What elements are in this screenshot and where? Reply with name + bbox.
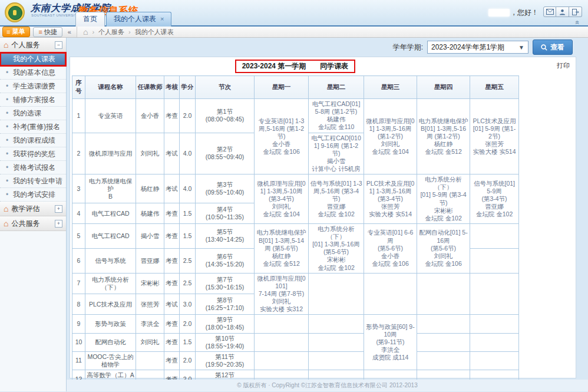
timetable-cell: 7 xyxy=(72,273,85,294)
timetable-cell: 考查 xyxy=(164,248,180,273)
column-header: 考核 xyxy=(164,76,180,99)
timetable-cell: 第5节 (13:40~14:25) xyxy=(196,223,255,248)
timetable-cell: 第9节 (18:00~18:45) xyxy=(196,315,255,333)
timetable-cell: 配网自动化[01] 5-16周 (第5-6节) 刘同礼 金坛院 金106 xyxy=(417,223,470,273)
tab-label: 我的个人课表 xyxy=(114,15,156,23)
menu-button[interactable]: ≡ 菜单 xyxy=(2,27,30,37)
app-header: 东南大学成贤学院 SOUTHEAST UNIVERSITY CHENGXIAN … xyxy=(0,0,588,27)
timetable-cell: 4 xyxy=(72,203,85,224)
timetable-cell xyxy=(309,273,364,315)
timetable-cell: 信号与系统[01] 5-9周 (第3-4节) 晋亚娜 金坛院 金102 xyxy=(470,174,519,224)
timetable-cell xyxy=(309,351,364,370)
timetable-cell: 8 xyxy=(72,294,85,314)
sidebar-item[interactable]: 我的课程成绩 xyxy=(0,134,66,147)
collapse-icon[interactable]: − xyxy=(55,41,62,49)
tab-bar: 首页我的个人课表× xyxy=(75,12,171,27)
expand-icon[interactable]: + xyxy=(55,220,62,228)
semester-select[interactable]: 2023-2024学年第1学期 ▼ xyxy=(427,41,528,54)
timetable-cell: 1.5 xyxy=(180,223,196,248)
sidebar-item[interactable]: 我的考试安排 xyxy=(0,188,66,202)
expand-icon[interactable]: + xyxy=(55,205,62,213)
timetable-cell: 专业英语[01] 6-6周 (第5-6节) 金小香 金坛院 金106 xyxy=(364,223,417,273)
column-header: 星期四 xyxy=(417,76,470,99)
timetable-cell: 3.0 xyxy=(180,294,196,314)
sidebar-group-header[interactable]: ⌂公共服务+ xyxy=(0,216,66,231)
footer-copyright: © 版权所有 · CopyRight ©江苏金智教育信息技术有限公司 2012-… xyxy=(67,380,588,391)
sidebar-item[interactable]: 我的选课 xyxy=(0,107,66,120)
timetable-cell: 第1节 (08:00~08:45) xyxy=(196,99,255,133)
sidebar-group-label: 公共服务 xyxy=(11,219,39,229)
sidebar-item[interactable]: 补考(重修)报名 xyxy=(0,120,66,134)
search-icon xyxy=(541,44,547,51)
sidebar-item[interactable]: 我获得的奖惩 xyxy=(0,147,66,161)
breadcrumb-separator: › xyxy=(128,28,131,35)
timetable-cell: 考查 xyxy=(164,333,180,351)
timetable-cell: 第3节 (09:55~10:40) xyxy=(196,174,255,203)
timetable-cell: 2.0 xyxy=(180,351,196,370)
table-row: 11MOOC-舌尖上的 植物学考查2.0第11节 (19:50~20:35) xyxy=(72,351,519,370)
mail-icon[interactable] xyxy=(543,6,556,17)
timetable-cell xyxy=(255,333,309,351)
timetable-cell: 第10节 (18:55~19:40) xyxy=(196,333,255,351)
timetable-cell: 电力系统分析（下） [01] 1-3周,5-16周 (第5-6节) 宋彬彬 金坛… xyxy=(309,223,364,273)
timetable-cell: 张照芳 xyxy=(136,294,164,314)
user-greeting: ，您好！ xyxy=(488,8,539,18)
breadcrumb-item[interactable]: 我的个人课表 xyxy=(135,28,174,37)
menu-icon: ≡ xyxy=(6,28,10,35)
shortcut-button[interactable]: ≡ 快捷 xyxy=(33,27,62,37)
print-link[interactable]: 打印 xyxy=(557,61,570,70)
timetable-cell xyxy=(470,351,519,370)
column-header: 任课教师 xyxy=(136,76,164,99)
timetable-cell: 第8节 (16:25~17:10) xyxy=(196,294,255,314)
timetable-cell xyxy=(255,315,309,333)
timetable-cell: 形势与政策[60] 9-10周 (第9-11节) 李洪全 成贤院 成114 xyxy=(364,315,417,370)
table-row: 5电气工程CAD揭小雪考查1.5第5节 (13:40~14:25)电力系统继电保… xyxy=(72,223,519,248)
collapse-sidebar-icon[interactable]: « xyxy=(68,28,71,35)
school-logo xyxy=(5,2,25,22)
timetable-panel: 打印 2023-2024 第一学期 同学课表 序号课程名称任课教师考核学分节次星… xyxy=(70,57,576,378)
user-icon[interactable] xyxy=(556,6,569,17)
sidebar-item[interactable]: 我的转专业申请 xyxy=(0,174,66,188)
timetable-cell xyxy=(470,273,519,315)
collapse-header-icon[interactable]: « xyxy=(574,21,582,25)
sidebar-group-header[interactable]: ⌂教学评估+ xyxy=(0,202,66,216)
timetable-cell: 4.0 xyxy=(180,133,196,174)
breadcrumb-item[interactable]: 个人服务 xyxy=(98,28,124,37)
logout-icon[interactable] xyxy=(569,6,582,17)
house-icon: ⌂ xyxy=(4,204,8,213)
sidebar-item[interactable]: 我的个人课表 xyxy=(0,52,66,66)
sidebar-item[interactable]: 学生选课缴费 xyxy=(0,80,66,93)
tab-label: 首页 xyxy=(83,15,97,23)
greeting-text: ，您好！ xyxy=(510,8,539,18)
timetable-cell xyxy=(417,273,470,315)
timetable-cell: 刘同礼 xyxy=(136,133,164,174)
timetable-cell: 电气工程CAD[0101] 9-16周 (第1-2节) 揭小雪 计算中心 计5机… xyxy=(309,133,364,174)
timetable-cell: 考查 xyxy=(164,273,180,294)
sidebar-item[interactable]: 资格考试报名 xyxy=(0,161,66,174)
timetable-cell: 专业英语[01] 1-3周,5-16周 (第1-2节) 金小香 金坛院 金106 xyxy=(255,99,309,174)
tab[interactable]: 首页 xyxy=(75,12,105,27)
sidebar-item[interactable]: 辅修方案报名 xyxy=(0,93,66,107)
timetable-cell: 2.0 xyxy=(180,99,196,133)
timetable-cell: 9 xyxy=(72,315,85,333)
timetable-cell: 信号与系统[01] 1-3周,5-16周 (第3-4节) 晋亚娜 金坛院 金10… xyxy=(309,174,364,224)
home-icon[interactable]: ⌂ xyxy=(83,27,88,37)
timetable-cell: 考查 xyxy=(164,351,180,370)
close-icon[interactable]: × xyxy=(160,15,164,22)
timetable-cell: 1.5 xyxy=(180,203,196,224)
view-button[interactable]: 查看 xyxy=(533,39,573,55)
tab[interactable]: 我的个人课表× xyxy=(106,12,171,27)
timetable-cell: 微机原理与应用[01] 1-3周,5-10周 (第3-4节) 刘同礼 金坛院 金… xyxy=(255,174,309,224)
timetable-cell: 考试 xyxy=(164,174,180,203)
timetable-cell: 第11节 (19:50~20:35) xyxy=(196,351,255,370)
timetable-cell: 微机原理与应用[01] 1-3周,5-16周 (第1-2节) 刘同礼 金坛院 金… xyxy=(364,99,417,174)
sidebar-group-header[interactable]: ⌂个人服务− xyxy=(0,38,66,52)
sidebar-item[interactable]: 我的基本信息 xyxy=(0,66,66,80)
timetable-cell: PLC技术及应用 xyxy=(85,294,136,314)
timetable-cell: 杨红静 xyxy=(136,174,164,203)
column-header: 星期一 xyxy=(255,76,309,99)
timetable-cell: 微机原理与应用 xyxy=(85,133,136,174)
table-row: 3电力系统继电保护 B杨红静考试4.0第3节 (09:55~10:40)微机原理… xyxy=(72,174,519,203)
timetable-cell: PLC技术及应用[01] 5-9周 (第1-2节) 张照芳 实验大楼 实514 xyxy=(470,99,519,174)
timetable-cell: 电力系统继电保护B[01] 1-3周,5-14周 (第5-6节) 杨红静 金坛院… xyxy=(255,223,309,273)
